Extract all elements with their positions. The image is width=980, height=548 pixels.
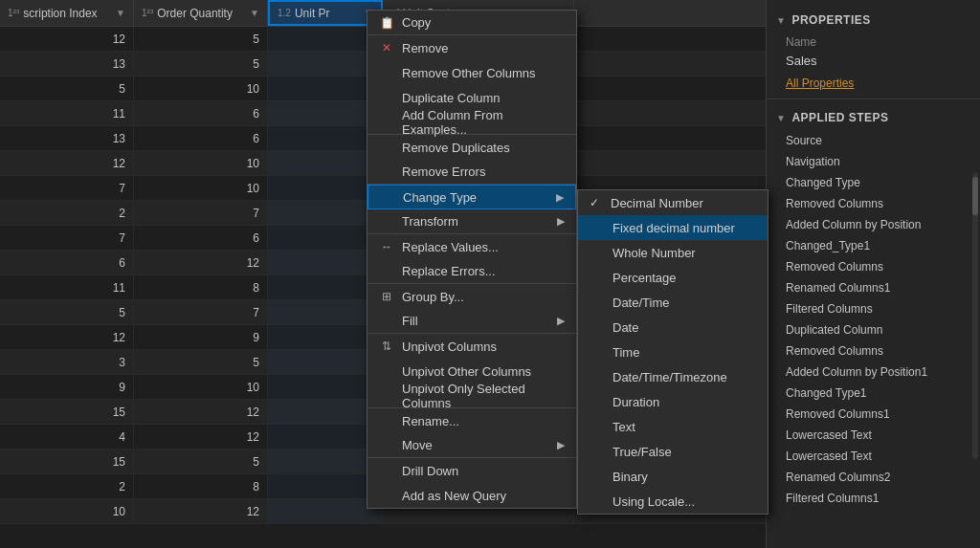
submenu-label-using-locale: Using Locale... — [612, 494, 695, 509]
type-icon-3: 1.2 — [278, 8, 291, 18]
submenu-item-text[interactable]: Text — [578, 414, 768, 439]
step-item[interactable]: Removed Columns — [767, 340, 980, 362]
col-header-unit-price[interactable]: 1.2 Unit Pr ▼ — [268, 0, 383, 26]
menu-item-copy[interactable]: 📋Copy — [368, 11, 576, 35]
submenu-item-date[interactable]: Date — [578, 315, 768, 340]
menu-item-remove-other[interactable]: Remove Other Columns — [368, 60, 576, 85]
submenu-label-decimal: Decimal Number — [611, 196, 703, 210]
properties-panel: ▼ PROPERTIES Name Sales All Properties ▼… — [766, 0, 980, 548]
table-cell: 3 — [0, 350, 134, 374]
step-item[interactable]: Duplicated Column — [767, 319, 980, 340]
menu-item-remove[interactable]: ✕Remove — [368, 35, 576, 60]
step-item[interactable]: Navigation — [767, 151, 980, 172]
menu-item-change-type[interactable]: Change Type▶ — [368, 185, 576, 209]
table-cell — [268, 226, 383, 250]
table-cell: 12 — [134, 251, 268, 274]
table-cell — [268, 350, 383, 374]
menu-label-move: Move — [402, 438, 549, 452]
steps-list: SourceNavigationChanged TypeRemoved Colu… — [767, 130, 980, 509]
menu-item-group-by[interactable]: ⊞Group By... — [368, 284, 576, 309]
all-properties-link[interactable]: All Properties — [767, 74, 980, 93]
menu-item-drill-down[interactable]: Drill Down — [368, 458, 576, 483]
menu-label-drill-down: Drill Down — [402, 464, 565, 478]
properties-arrow: ▼ — [776, 15, 786, 26]
menu-item-unpivot[interactable]: ⇅Unpivot Columns — [368, 334, 576, 359]
menu-item-remove-errors[interactable]: Remove Errors — [368, 160, 576, 185]
col-header-description-index[interactable]: 1²³ scription Index ▼ — [0, 0, 134, 26]
col-dropdown-1[interactable]: ▼ — [116, 8, 125, 18]
table-cell: 10 — [0, 499, 134, 523]
table-cell: 2 — [0, 201, 134, 225]
step-item[interactable]: Renamed Columns2 — [767, 467, 980, 488]
submenu-item-datetime-tz[interactable]: Date/Time/Timezone — [578, 364, 768, 389]
menu-item-remove-duplicates[interactable]: Remove Duplicates — [368, 135, 576, 160]
table-cell — [268, 425, 383, 449]
step-item[interactable]: Filtered Columns1 — [767, 488, 980, 509]
menu-item-transform[interactable]: Transform▶ — [368, 209, 576, 234]
step-item[interactable]: Changed Type1 — [767, 383, 980, 404]
step-item[interactable]: Added Column by Position — [767, 214, 980, 235]
step-item[interactable]: Removed Columns — [767, 256, 980, 277]
step-item[interactable]: Added Column by Position1 — [767, 362, 980, 383]
menu-label-group-by: Group By... — [402, 290, 565, 304]
menu-item-replace-values[interactable]: ↔Replace Values... — [368, 234, 576, 259]
table-cell — [268, 449, 383, 473]
submenu-item-percentage[interactable]: Percentage — [578, 265, 768, 290]
table-cell — [268, 201, 383, 225]
table-cell: 6 — [134, 226, 268, 250]
table-cell: 12 — [134, 400, 268, 424]
step-item[interactable]: Changed_Type1 — [767, 235, 980, 256]
menu-item-duplicate[interactable]: Duplicate Column — [368, 85, 576, 110]
submenu-label-duration: Duration — [612, 395, 659, 409]
table-cell: 9 — [0, 375, 134, 399]
menu-label-unpivot-selected: Unpivot Only Selected Columns — [402, 382, 565, 410]
submenu-item-datetime[interactable]: Date/Time — [578, 290, 768, 315]
step-item[interactable]: Changed Type — [767, 172, 980, 193]
table-cell: 10 — [134, 77, 268, 100]
submenu-label-percentage: Percentage — [612, 271, 677, 285]
menu-label-copy: Copy — [402, 15, 565, 30]
menu-item-add-from-examples[interactable]: Add Column From Examples... — [368, 110, 576, 135]
menu-item-rename[interactable]: Rename... — [368, 408, 576, 433]
menu-item-add-new-query[interactable]: Add as New Query — [368, 483, 576, 508]
step-item[interactable]: Removed Columns — [767, 193, 980, 214]
panel-divider — [767, 99, 980, 99]
submenu-item-duration[interactable]: Duration — [578, 389, 768, 414]
menu-arrow-fill: ▶ — [557, 315, 565, 327]
submenu-label-fixed-decimal: Fixed decimal number — [612, 221, 735, 235]
submenu-item-using-locale[interactable]: Using Locale... — [578, 489, 768, 514]
properties-title: PROPERTIES — [791, 13, 870, 27]
submenu-item-fixed-decimal[interactable]: Fixed decimal number — [578, 215, 768, 240]
table-cell: 8 — [134, 474, 268, 498]
col-dropdown-2[interactable]: ▼ — [250, 8, 259, 18]
step-item[interactable]: Renamed Columns1 — [767, 277, 980, 298]
submenu-item-whole[interactable]: Whole Number — [578, 240, 768, 265]
scroll-thumb[interactable] — [972, 177, 978, 215]
step-item[interactable]: Lowercased Text — [767, 446, 980, 467]
step-item[interactable]: Removed Columns1 — [767, 404, 980, 425]
menu-label-duplicate: Duplicate Column — [402, 91, 565, 105]
submenu-label-time: Time — [612, 345, 639, 360]
submenu-item-true-false[interactable]: True/False — [578, 439, 768, 464]
menu-item-unpivot-selected[interactable]: Unpivot Only Selected Columns — [368, 384, 576, 408]
step-item[interactable]: Source — [767, 130, 980, 151]
submenu-item-binary[interactable]: Binary — [578, 464, 768, 489]
submenu-item-time[interactable]: Time — [578, 340, 768, 364]
menu-item-replace-errors[interactable]: Replace Errors... — [368, 259, 576, 284]
menu-item-move[interactable]: Move▶ — [368, 433, 576, 458]
table-cell: 12 — [0, 27, 134, 51]
step-item[interactable]: Filtered Columns — [767, 298, 980, 319]
submenu-label-text: Text — [612, 420, 635, 434]
table-cell: 7 — [0, 176, 134, 200]
step-item[interactable]: Lowercased Text — [767, 425, 980, 446]
table-cell — [268, 400, 383, 424]
table-cell — [268, 27, 383, 51]
submenu-item-decimal[interactable]: Decimal Number — [578, 190, 768, 215]
menu-item-fill[interactable]: Fill▶ — [368, 309, 576, 334]
menu-icon-remove: ✕ — [379, 41, 394, 55]
table-cell: 13 — [0, 52, 134, 76]
col-header-order-quantity[interactable]: 1²³ Order Quantity ▼ — [134, 0, 268, 26]
table-cell — [268, 77, 383, 100]
menu-item-unpivot-other[interactable]: Unpivot Other Columns — [368, 359, 576, 384]
menu-label-add-new-query: Add as New Query — [402, 489, 565, 503]
